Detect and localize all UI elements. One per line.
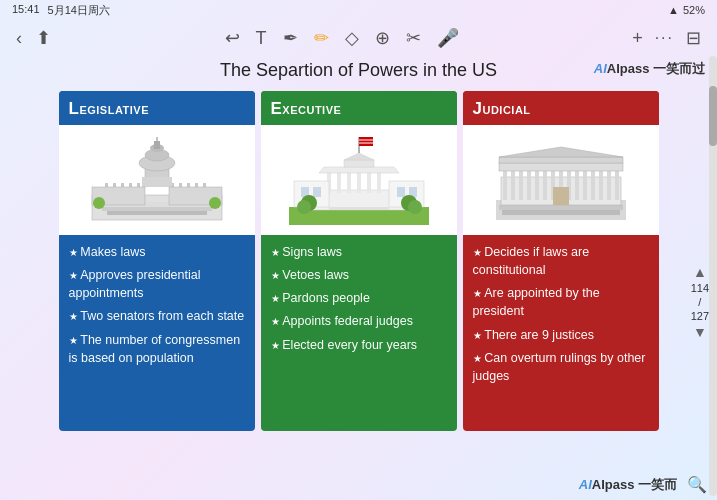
status-left: 15:41 5月14日周六 (12, 3, 110, 18)
svg-rect-61 (527, 170, 531, 200)
svg-rect-30 (337, 173, 341, 193)
cards-container: Legislative (20, 91, 697, 431)
layout-button[interactable]: ⊟ (686, 27, 701, 49)
list-item: Vetoes laws (271, 266, 447, 284)
svg-rect-56 (502, 210, 620, 215)
svg-rect-32 (357, 173, 361, 193)
back-button[interactable]: ‹ (16, 28, 22, 49)
list-item: Decides if laws are constitutional (473, 243, 649, 279)
svg-rect-52 (329, 207, 389, 210)
card-legislative: Legislative (59, 91, 255, 431)
list-item: Makes laws (69, 243, 245, 261)
svg-rect-67 (575, 170, 579, 200)
capitol-building-svg (87, 135, 227, 225)
undo-button[interactable]: ↩ (225, 27, 240, 49)
time: 15:41 (12, 3, 40, 18)
svg-rect-62 (535, 170, 539, 200)
total-pages: 127 (691, 310, 709, 322)
executive-header: Executive (261, 91, 457, 125)
svg-rect-68 (583, 170, 587, 200)
select-tool-button[interactable]: ⊕ (375, 27, 390, 49)
svg-rect-2 (102, 207, 212, 211)
legislative-header: Legislative (59, 91, 255, 125)
svg-point-25 (209, 197, 221, 209)
toolbar-left: ‹ ⬆ (16, 27, 51, 49)
current-page: 114 (691, 282, 709, 294)
list-item: The number of congressmen is based on po… (69, 331, 245, 367)
svg-rect-76 (553, 187, 569, 205)
svg-rect-42 (397, 187, 405, 197)
list-item: Pardons people (271, 289, 447, 307)
svg-rect-31 (347, 173, 351, 193)
judicial-list: Decides if laws are constitutional Are a… (473, 243, 649, 385)
list-item: Signs laws (271, 243, 447, 261)
brand-tag-top: AIAIpass 一笑而过 (594, 60, 705, 78)
add-button[interactable]: + (632, 28, 643, 49)
card-executive: Executive (261, 91, 457, 431)
svg-rect-20 (154, 141, 160, 149)
svg-rect-33 (367, 173, 371, 193)
pen-tool-button[interactable]: ✒ (283, 27, 298, 49)
svg-point-51 (408, 200, 422, 214)
svg-rect-58 (503, 170, 507, 200)
svg-rect-73 (499, 163, 623, 171)
white-house-svg (289, 135, 429, 225)
more-button[interactable]: ··· (655, 29, 674, 47)
page-down-button[interactable]: ▼ (693, 324, 707, 340)
svg-rect-72 (615, 170, 619, 200)
svg-marker-74 (499, 157, 623, 163)
mic-button[interactable]: 🎤 (437, 27, 459, 49)
scrollbar[interactable] (709, 56, 717, 496)
list-item: Appoints federal judges (271, 312, 447, 330)
status-bar: 15:41 5月14日周六 ▲ 52% (0, 0, 717, 20)
toolbar-right: + ··· ⊟ (632, 27, 701, 49)
toolbar-center: ↩ T ✒ ✏ ◇ ⊕ ✂ 🎤 (225, 27, 459, 49)
zoom-button[interactable]: 🔍 (687, 475, 707, 494)
list-item: Are appointed by the president (473, 284, 649, 320)
svg-point-49 (297, 200, 311, 214)
svg-point-24 (93, 197, 105, 209)
list-item: There are 9 justices (473, 326, 649, 344)
judicial-header: Judicial (463, 91, 659, 125)
svg-rect-60 (519, 170, 523, 200)
svg-marker-36 (344, 160, 374, 167)
svg-rect-16 (142, 177, 172, 187)
executive-body: Signs laws Vetoes laws Pardons people Ap… (261, 235, 457, 431)
page-info: ▲ 114 / 127 ▼ (691, 264, 709, 340)
judicial-image (463, 125, 659, 235)
svg-rect-34 (377, 173, 381, 193)
svg-rect-63 (543, 170, 547, 200)
battery: 52% (683, 4, 705, 16)
legislative-image (59, 125, 255, 235)
list-item: Can overturn rulings by other judges (473, 349, 649, 385)
status-right: ▲ 52% (668, 4, 705, 16)
executive-list: Signs laws Vetoes laws Pardons people Ap… (271, 243, 447, 354)
scrollbar-thumb[interactable] (709, 86, 717, 146)
scissors-tool-button[interactable]: ✂ (406, 27, 421, 49)
highlight-tool-button[interactable]: ✏ (314, 27, 329, 49)
share-button[interactable]: ⬆ (36, 27, 51, 49)
judicial-title: Judicial (473, 99, 531, 118)
legislative-title: Legislative (69, 99, 149, 118)
list-item: Two senators from each state (69, 307, 245, 325)
text-tool-button[interactable]: T (256, 28, 267, 49)
svg-rect-71 (607, 170, 611, 200)
svg-marker-35 (319, 167, 399, 173)
main-content: The Separtion of Powers in the US Legisl… (0, 56, 717, 439)
svg-rect-69 (591, 170, 595, 200)
svg-rect-59 (511, 170, 515, 200)
supreme-court-svg (491, 135, 631, 225)
brand-tag-bottom: AIAIpass 一笑而 (579, 476, 677, 494)
list-item: Approves presidential appointments (69, 266, 245, 302)
svg-rect-55 (499, 205, 623, 210)
page-up-button[interactable]: ▲ (693, 264, 707, 280)
list-item: Elected every four years (271, 336, 447, 354)
wifi-icon: ▲ (668, 4, 679, 16)
executive-image (261, 125, 457, 235)
date: 5月14日周六 (48, 3, 110, 18)
toolbar: ‹ ⬆ ↩ T ✒ ✏ ◇ ⊕ ✂ 🎤 + ··· ⊟ (0, 20, 717, 56)
shape-tool-button[interactable]: ◇ (345, 27, 359, 49)
svg-rect-3 (107, 211, 207, 215)
legislative-list: Makes laws Approves presidential appoint… (69, 243, 245, 367)
page-divider: / (698, 296, 701, 308)
